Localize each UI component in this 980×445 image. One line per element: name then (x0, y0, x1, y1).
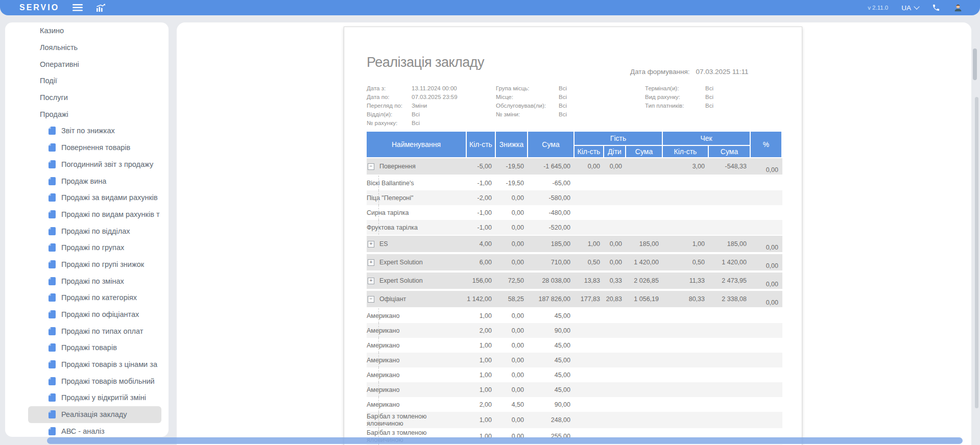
sidebar-category[interactable]: Оперативні (28, 56, 161, 72)
cell-guest-qty (575, 397, 604, 412)
cell-sum: 45,00 (528, 308, 575, 323)
cell-check-qty (663, 220, 709, 235)
expand-icon[interactable]: + (368, 259, 374, 266)
sidebar-report-item[interactable]: Реалізація закладу (28, 406, 161, 423)
parameters-column-1: Дата з:13.11.2024 00:00Дата по:07.03.202… (367, 84, 458, 128)
sidebar-category[interactable]: Послуги (28, 89, 161, 106)
document-icon (49, 310, 56, 318)
sidebar-scrollbar[interactable] (975, 97, 978, 408)
sidebar-report-item[interactable]: Погодинний звіт з продажу (28, 156, 161, 173)
cell-name: Сирна тарілка (367, 205, 467, 220)
sidebar-report-label: Продажі по відділах (61, 227, 130, 235)
cell-check-sum: -548,33 (709, 157, 751, 176)
cell-check-sum (709, 338, 751, 353)
expand-icon[interactable]: + (368, 241, 374, 248)
cell-guest-qty (575, 338, 604, 353)
parameter-value: 13.11.2024 00:00 (412, 84, 457, 93)
reports-chart-icon[interactable] (96, 4, 106, 12)
sidebar-report-item[interactable]: Продажі по відділах (28, 222, 161, 239)
cell-guest-sum (626, 205, 663, 220)
cell-guest-sum (626, 190, 663, 205)
collapse-icon[interactable]: − (368, 296, 374, 303)
table-detail-row: Фруктова тарілка-1,000,00-520,00 (367, 220, 782, 235)
col-header-guest-qty: Кіл-сть (575, 146, 604, 157)
sidebar-report-item[interactable]: Продажі по видам рахунків т (28, 206, 161, 223)
sidebar-report-item[interactable]: Продаж вина (28, 172, 161, 189)
cell-percent (751, 412, 782, 428)
sidebar-category[interactable]: Події (28, 72, 161, 89)
cell-guest-sum (626, 412, 663, 428)
sidebar-report-item[interactable]: Продажі по офіціантах (28, 306, 161, 323)
sidebar-report-item[interactable]: Продажі по категоріях (28, 289, 161, 306)
sidebar-report-label: АВС - аналіз (61, 427, 105, 435)
sidebar-report-item[interactable]: Продажі по групі знижок (28, 256, 161, 273)
cell-sum: 45,00 (528, 367, 575, 382)
cell-guest-children (604, 367, 626, 382)
cell-percent (751, 353, 782, 367)
document-icon (49, 243, 56, 252)
parameter-label: Вид рахунку: (645, 93, 705, 102)
sidebar-category[interactable]: Лояльність (28, 39, 161, 56)
cell-sum: 248,00 (528, 412, 575, 428)
page-vertical-scrollbar[interactable] (973, 48, 977, 80)
cell-qty: -1,00 (467, 176, 496, 190)
sidebar-report-item[interactable]: Продажі по типах оплат (28, 323, 161, 339)
cell-guest-sum (626, 382, 663, 397)
row-name-label: Американо (367, 401, 399, 408)
sidebar-report-item[interactable]: Продажі товарів мобільний (28, 373, 161, 389)
cell-check-qty (663, 205, 709, 220)
sidebar-report-item[interactable]: АВС - аналіз (28, 423, 161, 437)
sidebar-report-item[interactable]: Продажі по групах (28, 239, 161, 256)
table-detail-row: Сирна тарілка-1,000,00-480,00 (367, 205, 782, 220)
sidebar-report-label: Продажі товарів (61, 343, 117, 352)
cell-discount: 0,00 (496, 205, 528, 220)
phone-icon[interactable] (932, 4, 940, 12)
row-name-label: Американо (367, 312, 399, 319)
expand-icon[interactable]: + (368, 278, 374, 284)
cell-discount: 0,00 (496, 382, 528, 397)
page-horizontal-scrollbar[interactable] (47, 437, 963, 444)
main-content-panel: Реалізація закладу Дата формування: 07.0… (177, 22, 971, 445)
sidebar-category[interactable]: Продажі (28, 106, 161, 122)
parameter-value: Всі (559, 102, 567, 110)
sidebar-report-item[interactable]: Повернення товарів (28, 139, 161, 156)
cell-discount: 0,00 (496, 323, 528, 338)
table-detail-row: Віскі Ballantine's-1,00-19,50-65,00 (367, 176, 782, 190)
cell-check-qty (663, 367, 709, 382)
table-group-row: +Expert Solution6,000,00710,000,500,001 … (367, 253, 782, 271)
collapse-icon[interactable]: − (368, 163, 374, 170)
sidebar-report-item[interactable]: Продажі товарів (28, 339, 161, 356)
col-header-check: Чек (663, 132, 751, 146)
sidebar-report-item[interactable]: Звіт по знижках (28, 122, 161, 139)
cell-percent (751, 308, 782, 323)
cell-guest-sum (626, 157, 663, 176)
generation-date: Дата формування: 07.03.2025 11:11 (630, 68, 749, 76)
cell-sum: 45,00 (528, 382, 575, 397)
hamburger-menu-icon[interactable] (73, 4, 83, 11)
parameter-label: Дата з: (367, 84, 412, 93)
sidebar-report-item[interactable]: Продажі по змінах (28, 273, 161, 289)
parameter-label: Відділ(и): (367, 110, 412, 119)
cell-guest-qty: 0,50 (575, 253, 604, 271)
row-name-label: Американо (367, 357, 399, 364)
language-selector[interactable]: UA (901, 4, 919, 12)
sidebar-report-label: Продажі за видами рахунків (61, 193, 158, 202)
cell-guest-children: 0,00 (604, 253, 626, 271)
cell-guest-qty (575, 412, 604, 428)
document-icon (49, 360, 56, 368)
sidebar-report-label: Реалізація закладу (61, 410, 127, 418)
table-detail-row: Американо1,000,0045,00 (367, 338, 782, 353)
report-table-wrap: Найменування Кіл-сть Знижка Сума Гість Ч… (367, 132, 782, 445)
parameter-row: Дата з:13.11.2024 00:00 (367, 84, 458, 93)
user-avatar[interactable] (953, 3, 963, 12)
document-icon (49, 193, 56, 202)
sidebar-report-item[interactable]: Продажі у відкритій зміні (28, 389, 161, 406)
col-header-guest-children: Діти (604, 146, 626, 157)
cell-qty: 2,00 (467, 397, 496, 412)
sidebar-report-item[interactable]: Продажі за видами рахунків (28, 189, 161, 206)
sidebar-category[interactable]: Казино (28, 22, 161, 39)
cell-check-sum: 185,00 (709, 235, 751, 253)
sidebar-report-label: Продажі товарів з цінами за (61, 360, 157, 368)
cell-guest-children: 0,00 (604, 157, 626, 176)
sidebar-report-item[interactable]: Продажі товарів з цінами за (28, 356, 161, 373)
